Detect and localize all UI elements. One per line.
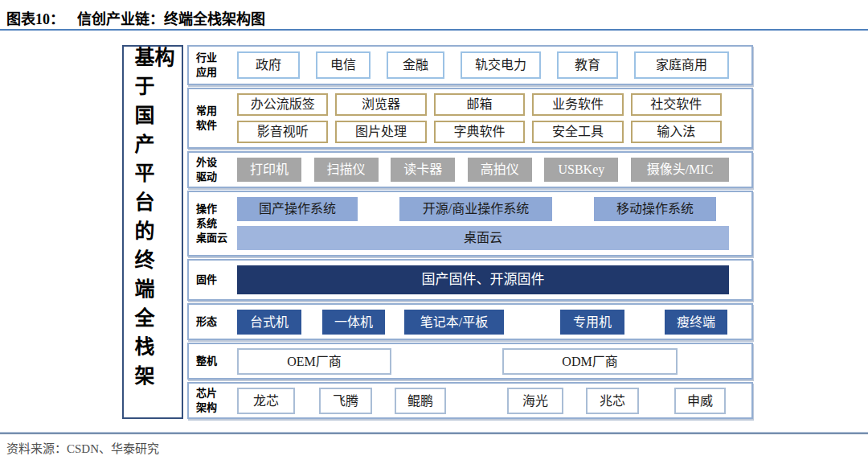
form-factor-item: 台式机 [237,310,301,335]
industry-item: 电信 [316,51,371,79]
row-label-os: 操作 系统 桌面云 [189,202,237,246]
footer-divider [0,432,868,433]
peripheral-item: 读卡器 [391,158,455,182]
chip-item: 鲲鹏 [395,388,446,414]
row-firmware: 固件 国产固件、开源固件 [187,259,753,301]
oem-odm-items: OEM厂商 ODM厂商 [237,348,751,375]
oem-odm-item: OEM厂商 [237,348,391,375]
peripheral-items: 打印机 扫描仪 读卡器 高拍仪 USBKey 摄像头/MIC [237,158,751,182]
software-line-2: 影音视听 图片处理 字典软件 安全工具 输入法 [237,121,751,143]
form-factor-item: 一体机 [322,310,385,335]
firmware-items: 国产固件、开源固件 [237,265,751,294]
row-operating-system: 操作 系统 桌面云 国产操作系统 开源/商业操作系统 移动操作系统 桌面云 [187,191,753,257]
software-item: 安全工具 [532,121,623,143]
os-item: 移动操作系统 [594,197,716,221]
figure-header: 图表10：信创产业链：终端全栈架构图 [6,7,265,28]
architecture-stack: 行业 应用 政府 电信 金融 轨交电力 教育 家庭商用 常用 软件 办公流版签 … [187,45,753,419]
row-label-machine: 整机 [189,354,237,368]
software-item: 图片处理 [335,121,426,143]
software-item: 浏览器 [335,93,426,116]
industry-item: 教育 [557,51,618,79]
software-item: 邮箱 [434,93,525,116]
industry-item: 金融 [387,51,444,79]
os-line: 国产操作系统 开源/商业操作系统 移动操作系统 [237,197,751,221]
software-item: 影音视听 [237,121,328,143]
form-factor-items: 台式机 一体机 笔记本/平板 专用机 瘦终端 [237,310,751,335]
software-line-1: 办公流版签 浏览器 邮箱 业务软件 社交软件 [237,93,751,116]
os-item: 开源/商业操作系统 [399,197,552,221]
chip-item: 海光 [507,388,563,414]
desktop-cloud-bar: 桌面云 [237,226,729,250]
industry-items: 政府 电信 金融 轨交电力 教育 家庭商用 [237,51,751,79]
peripheral-item: 高拍仪 [468,158,532,182]
firmware-bar: 国产固件、开源固件 [237,265,729,294]
peripheral-item: 扫描仪 [314,158,379,182]
form-factor-item: 笔记本/平板 [404,310,504,335]
row-label-software: 常用 软件 [189,104,237,133]
industry-item: 政府 [237,51,300,79]
chip-items: 龙芯 飞腾 鲲鹏 海光 兆芯 申威 [237,388,751,414]
software-items: 办公流版签 浏览器 邮箱 业务软件 社交软件 影音视听 图片处理 字典软件 安全… [237,89,751,147]
software-item: 办公流版签 [237,93,328,116]
chip-item: 兆芯 [586,388,639,414]
software-item: 输入法 [631,121,722,143]
peripheral-item: 打印机 [237,158,301,182]
chip-item: 飞腾 [319,388,372,414]
row-peripheral-drivers: 外设 驱动 打印机 扫描仪 读卡器 高拍仪 USBKey 摄像头/MIC [187,151,753,188]
os-items: 国产操作系统 开源/商业操作系统 移动操作系统 桌面云 [237,192,751,255]
chip-item: 龙芯 [237,388,295,414]
figure-canvas: 图表10：信创产业链：终端全栈架构图 基于国产平台的终端全栈架构 行业 应用 政… [0,0,868,460]
side-vertical-box: 基于国产平台的终端全栈架构 [122,45,183,419]
industry-item: 轨交电力 [461,51,541,79]
figure-title: 信创产业链：终端全栈架构图 [77,11,265,27]
os-item: 国产操作系统 [237,197,358,221]
row-label-form: 形态 [189,314,237,329]
figure-number: 图表10： [6,11,64,27]
row-label-firmware: 固件 [189,273,237,287]
oem-odm-item: ODM厂商 [502,348,678,375]
peripheral-item: 摄像头/MIC [631,158,729,182]
row-chip-architecture: 芯片 架构 龙芯 飞腾 鲲鹏 海光 兆芯 申威 [187,382,753,419]
source-note: 资料来源：CSDN、华泰研究 [6,439,159,456]
software-item: 字典软件 [434,121,525,143]
industry-item: 家庭商用 [634,51,729,79]
row-common-software: 常用 软件 办公流版签 浏览器 邮箱 业务软件 社交软件 影音视听 图片处理 字… [187,88,753,149]
chip-item: 申威 [674,388,726,414]
header-divider [0,29,868,31]
form-factor-item: 瘦终端 [665,310,727,335]
row-form-factors: 形态 台式机 一体机 笔记本/平板 专用机 瘦终端 [187,303,753,340]
side-vertical-label: 基于国产平台的终端全栈架构 [133,47,173,417]
software-item: 业务软件 [532,93,623,116]
row-label-industry: 行业 应用 [189,51,237,80]
form-factor-item: 专用机 [560,310,624,335]
peripheral-item: USBKey [544,158,618,182]
row-industry-applications: 行业 应用 政府 电信 金融 轨交电力 教育 家庭商用 [187,45,753,85]
row-label-peripherals: 外设 驱动 [189,155,237,184]
row-label-chip: 芯片 架构 [189,386,237,415]
software-item: 社交软件 [631,93,722,116]
row-complete-machine: 整机 OEM厂商 ODM厂商 [187,343,753,380]
